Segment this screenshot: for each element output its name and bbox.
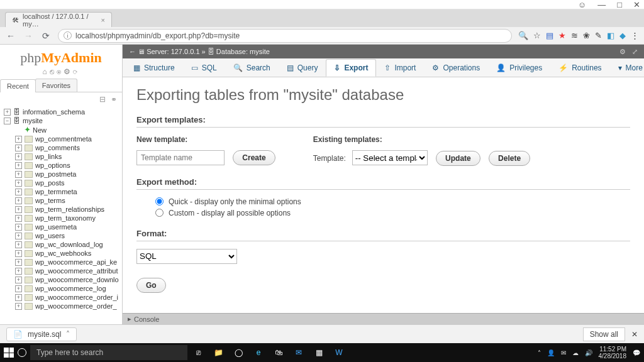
breadcrumb-db[interactable]: Database: mysite [216,48,270,55]
table-node[interactable]: +wp_posts [14,178,122,187]
reload-icon[interactable]: ⟳ [73,67,80,76]
docs-icon[interactable]: ◉ [57,67,64,76]
maximize-icon[interactable]: □ [617,0,622,9]
onedrive-icon[interactable]: ☁ [572,349,579,356]
taskview-icon[interactable]: ⎚ [191,348,205,357]
delete-button[interactable]: Delete [489,151,530,166]
ext-icon[interactable]: ◧ [607,31,614,40]
tab-close-icon[interactable]: × [101,16,105,24]
store-icon[interactable]: 🛍 [272,348,286,357]
word-icon[interactable]: W [332,348,346,357]
expander-icon[interactable]: + [4,109,11,116]
start-button[interactable] [4,348,14,358]
expander-icon[interactable]: + [15,233,22,239]
outlook-icon[interactable]: ✉ [292,348,306,357]
table-node[interactable]: +wp_comments [14,143,122,152]
custom-radio[interactable] [155,209,164,217]
tray-icon[interactable]: ✉ [561,349,566,356]
tab-query[interactable]: ▤Query [279,59,326,77]
collapse-icon[interactable]: ⊟ [99,95,106,104]
tab-sql[interactable]: ▭SQL [183,59,225,77]
app-icon[interactable]: ▦ [312,348,326,357]
user-icon[interactable]: ☺ [578,0,586,9]
tab-privileges[interactable]: 👤Privileges [488,59,550,77]
show-all-button[interactable]: Show all [583,327,625,341]
settings-icon[interactable]: ⚙ [64,67,73,76]
tab-more[interactable]: ▾More [610,59,644,77]
home-icon[interactable]: ⌂ [42,67,49,76]
table-node[interactable]: +wp_woocommerce_order_i [14,293,122,302]
ext-icon[interactable]: ✎ [595,31,602,40]
table-node[interactable]: +wp_wc_download_log [14,240,122,249]
forward-button[interactable]: → [23,31,34,41]
template-select[interactable]: -- Select a template -- [352,150,428,165]
table-node[interactable]: +wp_termmeta [14,187,122,196]
tray-chevron-icon[interactable]: ˄ [538,349,541,356]
expander-icon[interactable]: + [15,136,22,143]
db-node[interactable]: − 🗄 mysite [3,116,122,125]
table-node[interactable]: +wp_commentmeta [14,134,122,143]
ext-icon[interactable]: ≋ [571,31,578,40]
tab-export[interactable]: ⇩Export [326,59,376,77]
volume-icon[interactable]: 🔊 [585,349,592,356]
expander-icon[interactable]: + [15,197,22,204]
tab-search[interactable]: 🔍Search [225,59,279,77]
create-button[interactable]: Create [233,150,275,165]
nav-left-icon[interactable]: ← [129,48,136,55]
recent-tab[interactable]: Recent [0,79,36,92]
table-node[interactable]: +wp_links [14,152,122,161]
zoom-icon[interactable]: 🔍 [518,31,528,40]
table-node[interactable]: +wp_options [14,161,122,170]
go-button[interactable]: Go [136,278,166,293]
ext-icon[interactable]: ★ [558,31,566,40]
expander-icon[interactable]: + [15,153,22,160]
expander-icon[interactable]: + [15,162,22,169]
table-node[interactable]: +wp_terms [14,196,122,205]
table-node[interactable]: +wp_postmeta [14,170,122,178]
favorites-tab[interactable]: Favorites [35,79,77,92]
expander-icon[interactable]: + [15,189,22,195]
browser-tab[interactable]: 🛠 localhost / 127.0.0.1 / my… × [5,12,112,27]
expander-icon[interactable]: + [15,285,22,292]
gear-icon[interactable]: ⚙ [619,48,626,56]
new-table[interactable]: ✦ New [14,125,122,134]
ext-icon[interactable]: ▤ [546,31,553,40]
expander-icon[interactable]: + [15,206,22,213]
close-window-icon[interactable]: ✕ [633,0,640,9]
logout-icon[interactable]: ⎋ [50,67,57,76]
table-node[interactable]: +wp_wc_webhooks [14,249,122,258]
star-icon[interactable]: ☆ [533,31,541,40]
explorer-icon[interactable]: 📁 [211,348,225,357]
chrome-icon[interactable]: ◯ [231,348,245,357]
table-node[interactable]: +wp_woocommerce_attribut [14,266,122,275]
expander-icon[interactable]: + [15,224,22,231]
table-node[interactable]: +wp_woocommerce_downlo [14,275,122,284]
expander-icon[interactable]: − [4,118,11,124]
close-icon[interactable]: ✕ [631,330,638,339]
expander-icon[interactable]: + [15,259,22,266]
ext-icon[interactable]: ◆ [619,31,626,40]
update-button[interactable]: Update [436,151,480,166]
page-icon[interactable]: ⤢ [632,48,638,56]
expander-icon[interactable]: + [15,294,22,301]
link-icon[interactable]: ⚭ [111,95,117,104]
table-node[interactable]: +wp_woocommerce_log [14,284,122,293]
back-button[interactable]: ← [5,31,16,41]
table-node[interactable]: +wp_term_taxonomy [14,214,122,222]
expander-icon[interactable]: + [15,250,22,257]
minimize-icon[interactable]: — [597,0,606,9]
expander-icon[interactable]: + [15,215,22,222]
table-node[interactable]: +wp_users [14,231,122,240]
expander-icon[interactable]: + [15,180,22,187]
breadcrumb-server[interactable]: Server: 127.0.0.1 [147,48,199,55]
expander-icon[interactable]: + [15,268,22,275]
db-node[interactable]: + 🗄 information_schema [3,107,122,116]
expander-icon[interactable]: + [15,303,22,310]
tab-import[interactable]: ⇧Import [376,59,424,77]
table-node[interactable]: +wp_woocommerce_api_ke [14,258,122,266]
expander-icon[interactable]: + [15,171,22,178]
format-select[interactable]: SQL [136,249,237,264]
clock[interactable]: 11:52 PM 4/28/2018 [599,346,627,359]
chevron-up-icon[interactable]: ˄ [66,330,70,339]
tab-routines[interactable]: ⚡Routines [550,59,609,77]
